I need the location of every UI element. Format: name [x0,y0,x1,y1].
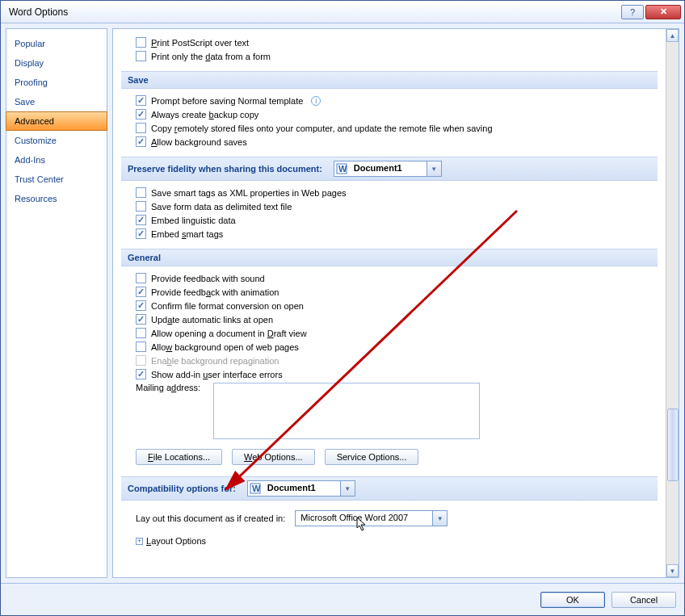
checkbox-label: Allow background open of web pages [151,342,299,352]
word-doc-icon: W [334,161,349,176]
option-row: Confirm file format conversion on open [121,299,658,312]
service-options-button[interactable]: Service Options... [325,449,419,465]
option-row: Provide feedback with sound [121,271,658,285]
mailing-address-row: Mailing address: [121,381,658,441]
mailing-address-input[interactable] [213,383,480,439]
checkbox-label: Update automatic links at open [151,315,273,325]
checkbox[interactable] [136,215,146,225]
main-panel: Print PostScript over textPrint only the… [112,28,679,578]
word-doc-icon: W [248,481,263,496]
checkbox[interactable] [136,136,146,147]
layout-compat-dropdown[interactable]: Microsoft Office Word 2007▼ [295,510,448,526]
checkbox[interactable] [136,201,146,212]
sidebar-item-add-ins[interactable]: Add-Ins [6,150,107,170]
close-button[interactable]: ✕ [645,5,681,19]
option-row: Allow background saves [121,135,658,149]
checkbox-label: Allow opening a document in Draft view [151,329,307,338]
section-header: Compatibility options for:WDocument1▼ [121,476,658,501]
checkbox-label: Allow background saves [151,137,247,147]
button-row: File Locations...Web Options...Service O… [121,441,658,468]
sidebar-item-advanced[interactable]: Advanced [6,111,107,131]
checkbox-label: Prompt before saving Normal template [151,96,303,106]
document-dropdown[interactable]: WDocument1▼ [334,161,442,177]
help-button[interactable]: ? [621,5,644,19]
sidebar-item-resources[interactable]: Resources [6,189,107,208]
layout-options-expander[interactable]: +Layout Options [121,531,658,551]
checkbox-label: Print PostScript over text [151,38,249,48]
document-dropdown[interactable]: WDocument1▼ [247,480,355,497]
checkbox-label: Copy remotely stored files onto your com… [151,124,493,133]
option-row: Save form data as delimited text file [121,199,658,213]
section-title: Compatibility options for: [128,484,236,493]
checkbox[interactable] [136,95,146,106]
cancel-button[interactable]: Cancel [611,592,676,608]
checkbox[interactable] [136,369,146,379]
checkbox[interactable] [136,109,146,119]
sidebar-item-popular[interactable]: Popular [6,34,107,53]
chevron-down-icon: ▼ [427,161,441,176]
option-row: Enable background repagination [121,354,658,367]
sidebar-item-proofing[interactable]: Proofing [6,73,107,92]
info-icon[interactable]: i [311,96,321,106]
checkbox-label: Embed linguistic data [151,216,236,225]
checkbox-label: Embed smart tags [151,229,223,239]
checkbox-label: Show add-in user interface errors [151,370,283,379]
scroll-up-arrow[interactable]: ▲ [666,29,679,42]
scrollbar: ▲ ▼ [666,29,679,577]
checkbox-label: Always create backup copy [151,110,258,119]
checkbox-label: Provide feedback with sound [151,274,265,283]
checkbox[interactable] [136,342,146,352]
layout-compat-row: Lay out this document as if created in:M… [121,505,658,531]
layout-compat-label: Lay out this document as if created in: [136,513,285,523]
plus-icon: + [136,538,143,545]
section-title: General [128,253,161,262]
option-row: Save smart tags as XML properties in Web… [121,186,658,199]
sidebar: PopularDisplayProofingSaveAdvancedCustom… [6,28,107,578]
layout-options-label: Layout Options [146,536,206,546]
option-row: Always create backup copy [121,107,658,121]
checkbox[interactable] [136,51,146,61]
svg-text:W: W [252,484,261,493]
checkbox [136,355,146,366]
option-row: Allow opening a document in Draft view [121,326,658,340]
checkbox[interactable] [136,300,146,311]
section-title: Save [128,75,149,85]
sidebar-item-customize[interactable]: Customize [6,131,107,150]
checkbox[interactable] [136,287,146,297]
sidebar-item-display[interactable]: Display [6,53,107,73]
svg-text:W: W [338,164,347,174]
checkbox-label: Provide feedback with animation [151,287,279,297]
dropdown-value: Microsoft Office Word 2007 [296,511,432,526]
option-row: Embed smart tags [121,227,658,241]
checkbox-label: Confirm file format conversion on open [151,301,304,311]
option-row: Show add-in user interface errors [121,367,658,381]
option-row: Embed linguistic data [121,213,658,227]
checkbox[interactable] [136,328,146,338]
dialog-footer: OK Cancel [1,583,684,615]
scroll-thumb[interactable] [667,409,679,481]
scroll-down-arrow[interactable]: ▼ [666,564,679,577]
dropdown-value: Document1 [349,161,427,176]
ok-button[interactable]: OK [540,592,605,608]
sidebar-item-save[interactable]: Save [6,92,107,111]
checkbox[interactable] [136,123,146,133]
section-header: Save [121,71,658,89]
window-title: Word Options [4,6,621,18]
chevron-down-icon: ▼ [340,481,355,496]
checkbox[interactable] [136,37,146,48]
section-title: Preserve fidelity when sharing this docu… [128,164,322,174]
web-options-button[interactable]: Web Options... [232,449,315,465]
file-locations-button[interactable]: File Locations... [136,449,222,465]
option-row: Copy remotely stored files onto your com… [121,121,658,135]
checkbox[interactable] [136,273,146,283]
sidebar-item-trust-center[interactable]: Trust Center [6,170,107,189]
titlebar: Word Options ? ✕ [1,1,684,23]
checkbox-label: Enable background repagination [151,356,279,366]
option-row: Print only the data from a form [121,49,658,63]
checkbox[interactable] [136,228,146,239]
checkbox[interactable] [136,187,146,198]
dropdown-value: Document1 [263,481,340,496]
checkbox[interactable] [136,314,146,325]
option-row: Print PostScript over text [121,36,658,49]
mailing-address-label: Mailing address: [136,383,208,392]
